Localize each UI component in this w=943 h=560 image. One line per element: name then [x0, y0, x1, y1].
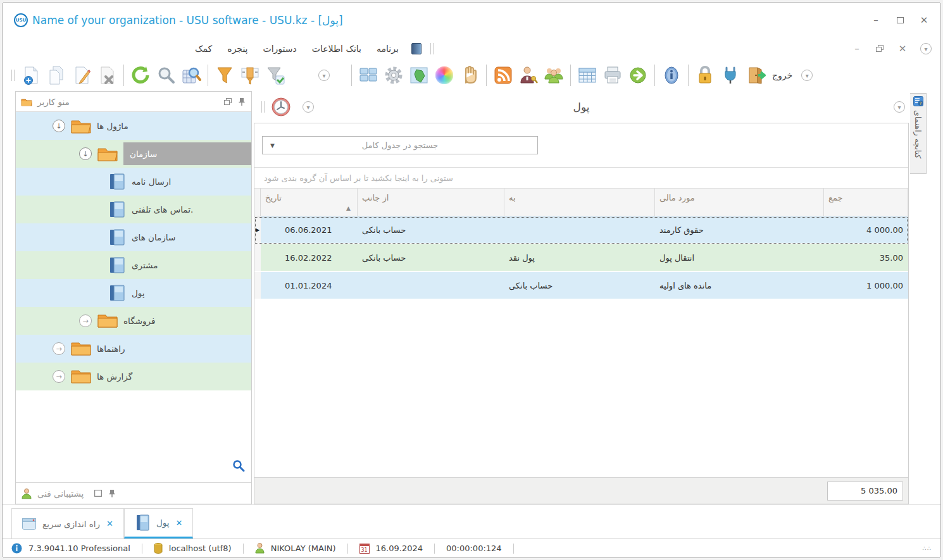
group-by-bar[interactable]: ستونی را به اینجا بکشید تا بر اساس آن گر… [254, 168, 908, 189]
database-icon [154, 543, 163, 554]
colors-button[interactable] [432, 63, 457, 87]
tree-item-guides[interactable]: → راهنماها [16, 335, 251, 363]
tree-item-organizations[interactable]: سازمان های [16, 223, 251, 251]
edit-record-button[interactable] [69, 63, 94, 87]
menu-grip[interactable] [430, 43, 434, 54]
mdi-restore-button[interactable] [875, 44, 885, 54]
table-row[interactable]: 01.01.2024 حساب بانکی مانده های اولیه 1 … [254, 272, 908, 300]
menu-program[interactable]: برنامه [369, 41, 406, 56]
tree-item-label: راهنماها [97, 344, 125, 354]
users-icon [544, 65, 564, 85]
menu-window[interactable]: پنجره [220, 41, 255, 56]
resize-grip[interactable]: ∴∴ [922, 545, 932, 552]
tree-item-customer[interactable]: مشتری [16, 251, 251, 279]
support-panel-header[interactable]: پشتیبانی فنی [16, 482, 251, 504]
float-panel-button[interactable] [223, 97, 232, 106]
help-manual-tab[interactable]: ? کتابچه راهنمای [910, 93, 927, 174]
tree-item-store[interactable]: → فروشگاه [16, 307, 251, 335]
column-header-from[interactable]: از جانب [358, 189, 504, 216]
tree-item-reports[interactable]: → گزارش ها [16, 363, 251, 390]
users-group-button[interactable] [541, 63, 566, 87]
green-arrow-icon [628, 65, 648, 85]
filter-panel-button[interactable] [237, 63, 263, 87]
rss-button[interactable] [490, 63, 516, 87]
lock-button[interactable] [692, 63, 718, 87]
tree-item-money[interactable]: پول [16, 279, 251, 307]
collapse-icon[interactable]: ↓ [79, 147, 92, 160]
expand-icon[interactable]: → [79, 314, 92, 327]
tab-quick-start[interactable]: راه اندازی سریع ✕ [11, 508, 124, 538]
pin-icon [239, 97, 245, 106]
filter-apply-button[interactable] [263, 63, 288, 87]
tree-item-modules[interactable]: ↓ ماژول ها [16, 112, 251, 140]
document-tab-bar: راه اندازی سریع ✕ پول ✕ [3, 504, 940, 538]
close-tab-icon[interactable]: ✕ [176, 518, 183, 528]
new-record-button[interactable] [18, 63, 44, 87]
info-button[interactable] [659, 63, 684, 87]
search-dropdown-icon[interactable]: ▼ [270, 142, 275, 149]
tree-search-button[interactable] [232, 459, 245, 475]
exit-label[interactable]: خروج [772, 70, 792, 80]
grid-empty-area[interactable] [254, 300, 908, 477]
table-row[interactable]: 16.02.2022 حساب بانکی پول نقد انتقال پول… [254, 244, 908, 272]
doc-toolbar-right-chevron[interactable]: ▾ [894, 101, 905, 113]
toolbar-overflow-chevron[interactable]: ▾ [318, 70, 330, 81]
table-row[interactable]: ▶ 06.06.2021 حساب بانکی حقوق کارمند 4 00… [254, 216, 908, 244]
expand-icon[interactable]: → [53, 370, 65, 383]
edit-icon [72, 65, 92, 85]
filter-button[interactable] [212, 63, 237, 87]
tree-item-phone-calls[interactable]: .تماس های تلفنی [16, 196, 251, 223]
tree-item-label: مشتری [132, 260, 158, 270]
column-header-date[interactable]: تاریخ▲ [261, 189, 358, 216]
exit-button[interactable] [743, 63, 768, 87]
tree-item-organization[interactable]: ↓ سازمان [16, 140, 251, 168]
table-search-input[interactable]: ▼ جستجو در جدول کامل [262, 136, 538, 154]
copy-record-button[interactable] [44, 63, 69, 87]
collapse-icon[interactable]: ↓ [53, 120, 65, 132]
table-view-button[interactable] [575, 63, 600, 87]
column-header-item[interactable]: مورد مالی [655, 189, 824, 216]
sidebar-title: منو کاربر [37, 97, 70, 107]
menu-commands[interactable]: دستورات [256, 41, 304, 56]
tab-money[interactable]: پول ✕ [124, 508, 193, 538]
column-header-to[interactable]: به [504, 189, 655, 216]
search-button[interactable] [153, 63, 178, 87]
toolbar-grip[interactable] [11, 70, 15, 81]
clock-icon [271, 97, 291, 117]
settings-button[interactable] [381, 63, 406, 87]
menu-help[interactable]: کمک [187, 41, 220, 56]
doc-toolbar-chevron[interactable]: ▾ [303, 101, 314, 113]
row-indicator [254, 244, 261, 271]
maximize-icon [897, 17, 904, 23]
delete-record-button[interactable] [94, 63, 120, 87]
scheduler-button[interactable] [268, 95, 294, 119]
menu-overflow-chevron[interactable]: ▾ [920, 43, 932, 54]
close-tab-icon[interactable]: ✕ [106, 519, 113, 528]
mdi-minimize-button[interactable]: – [852, 44, 862, 54]
close-button[interactable]: ✕ [919, 15, 929, 25]
column-header-total[interactable]: جمع [824, 189, 908, 216]
delete-icon [97, 65, 117, 85]
tree-item-send-letter[interactable]: ارسال نامه [16, 168, 251, 196]
stop-hand-button[interactable] [457, 63, 482, 87]
maximize-panel-button[interactable] [94, 489, 103, 498]
print-button[interactable] [600, 63, 625, 87]
expand-icon[interactable]: → [53, 342, 65, 355]
advanced-search-button[interactable] [178, 63, 204, 87]
connection-button[interactable] [718, 63, 743, 87]
refresh-button[interactable] [128, 63, 153, 87]
minimize-button[interactable]: – [871, 15, 881, 25]
map-button[interactable] [406, 63, 432, 87]
pin-panel-button[interactable] [237, 97, 246, 106]
maximize-button[interactable] [895, 15, 905, 25]
go-next-button[interactable] [625, 63, 651, 87]
user-access-button[interactable] [516, 63, 541, 87]
search-area: ▼ جستجو در جدول کامل [254, 123, 908, 168]
pin-panel-button[interactable] [108, 489, 116, 498]
toolbar-right-chevron[interactable]: ▾ [801, 70, 813, 81]
user-status: NIKOLAY (MAIN) [255, 543, 336, 554]
mdi-close-button[interactable]: ✕ [897, 44, 908, 54]
layout-button[interactable] [356, 63, 381, 87]
menu-database[interactable]: بانک اطلاعات [304, 41, 369, 56]
mdi-child-icon [411, 43, 422, 54]
